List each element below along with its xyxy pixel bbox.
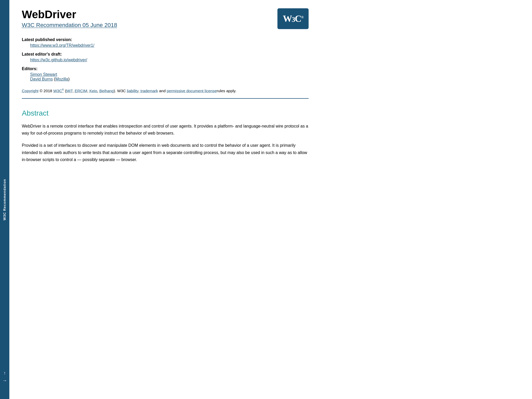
- header: WebDriver W3C Recommendation 05 June 201…: [22, 8, 309, 29]
- latest-draft-label: Latest editor's draft:: [22, 52, 309, 57]
- latest-published-label: Latest published version:: [22, 37, 309, 42]
- sidebar-nav-icons: ↑ →: [2, 370, 7, 383]
- right-arrow-icon[interactable]: →: [2, 378, 7, 383]
- registered-trademark-icon: ®: [301, 15, 303, 19]
- header-left: WebDriver W3C Recommendation 05 June 201…: [22, 8, 117, 29]
- license-link[interactable]: permissive document license: [167, 89, 217, 93]
- abstract-section: Abstract WebDriver is a remote control i…: [22, 109, 309, 163]
- editor2-link[interactable]: David Burns: [30, 77, 53, 81]
- rules-text: rules apply.: [217, 89, 236, 93]
- editor1-line: Simon Stewart: [30, 72, 309, 77]
- editor1-link[interactable]: Simon Stewart: [30, 72, 57, 77]
- editor2-org-link[interactable]: Mozilla: [55, 77, 68, 81]
- w3c-text2: W3C: [117, 89, 127, 93]
- main-content: WebDriver W3C Recommendation 05 June 201…: [9, 0, 321, 399]
- abstract-paragraph-1: WebDriver is a remote control interface …: [22, 123, 309, 137]
- copyright-link[interactable]: Copyright: [22, 89, 38, 93]
- trademark-link[interactable]: trademark: [141, 89, 158, 93]
- copyright-section: Copyright © 2018 W3C® (MIT, ERCIM, Keio,…: [22, 88, 309, 94]
- liability-link[interactable]: liability: [127, 89, 138, 93]
- abstract-paragraph-2: Provided is a set of interfaces to disco…: [22, 142, 309, 163]
- sidebar: W3C Recommendation ↑ →: [0, 0, 9, 399]
- w3c-logo-text: W3C®: [283, 13, 303, 24]
- copyright-symbol: © 2018: [39, 89, 53, 93]
- abstract-title: Abstract: [22, 109, 309, 117]
- keio-link[interactable]: Keio: [89, 89, 97, 93]
- section-divider: [22, 98, 309, 99]
- editors-value: Simon Stewart David Burns (Mozilla): [22, 72, 309, 82]
- w3c-registered-sup: ®: [62, 88, 64, 91]
- editor2-line: David Burns (Mozilla): [30, 77, 309, 82]
- subtitle[interactable]: W3C Recommendation 05 June 2018: [22, 22, 117, 29]
- latest-draft-item: Latest editor's draft: https://w3c.githu…: [22, 52, 309, 62]
- metadata-section: Latest published version: https://www.w3…: [22, 37, 309, 82]
- page-title: WebDriver: [22, 8, 117, 21]
- w3c-link[interactable]: W3C®: [53, 89, 64, 93]
- editors-item: Editors: Simon Stewart David Burns (Mozi…: [22, 66, 309, 82]
- mit-link[interactable]: MIT: [66, 89, 72, 93]
- latest-published-link[interactable]: https://www.w3.org/TR/webdriver1/: [30, 43, 94, 48]
- latest-published-item: Latest published version: https://www.w3…: [22, 37, 309, 48]
- beihang-link[interactable]: Beihang: [99, 89, 114, 93]
- latest-draft-value: https://w3c.github.io/webdriver/: [22, 58, 309, 62]
- sidebar-label: W3C Recommendation: [3, 179, 7, 220]
- up-arrow-icon[interactable]: ↑: [4, 370, 6, 376]
- latest-draft-link[interactable]: https://w3c.github.io/webdriver/: [30, 58, 87, 62]
- ercim-link[interactable]: ERCIM: [75, 89, 87, 93]
- editors-label: Editors:: [22, 66, 309, 71]
- w3c-logo: W3C®: [277, 8, 309, 29]
- latest-published-value: https://www.w3.org/TR/webdriver1/: [22, 43, 309, 48]
